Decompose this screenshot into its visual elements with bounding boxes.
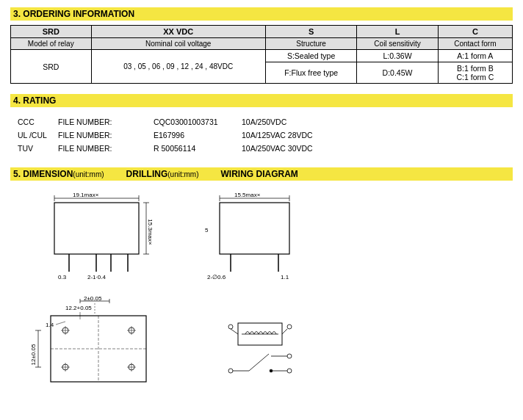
- rating-content: CCC FILE NUMBER: CQC03001003731 10A/250V…: [10, 112, 513, 160]
- formb-text: B:1 form B: [442, 64, 508, 73]
- wiring-diagram: [209, 301, 319, 398]
- cell-l036: L:0.36W: [357, 50, 438, 62]
- subheader-structure: Structure: [265, 38, 357, 50]
- section3-header: 3. ORDERING INFORMATION: [10, 7, 513, 21]
- rating-row-tuv: TUV FILE NUMBER: R 50056114 10A/250VAC 3…: [18, 142, 505, 156]
- svg-text:15.5max×: 15.5max×: [234, 192, 261, 198]
- rating-label-ccc: CCC: [18, 116, 58, 129]
- svg-point-55: [228, 325, 233, 329]
- section5-header: 5. DIMENSION(unit:mm) DRILLING(unit:mm) …: [10, 167, 513, 181]
- col-l: L: [357, 26, 438, 38]
- cell-srd: SRD: [11, 50, 92, 84]
- section5-title: 5. DIMENSION: [13, 169, 73, 179]
- svg-text:1.4: 1.4: [46, 322, 54, 328]
- cell-voltage: 03 , 05 , 06 , 09 , 12 , 24 , 48VDC: [91, 50, 265, 84]
- col-s: S: [265, 26, 357, 38]
- drill-diagram: 2±0.05 1.4 12.2+0.05: [25, 294, 172, 398]
- svg-line-31: [56, 322, 65, 325]
- svg-rect-4: [54, 203, 139, 254]
- svg-text:1.1: 1.1: [281, 274, 289, 280]
- svg-text:2±0.05: 2±0.05: [84, 295, 102, 302]
- rating-row-ul: UL /CUL FILE NUMBER: E167996 10A/125VAC …: [18, 129, 505, 142]
- section5-wiring: WIRING DIAGRAM: [221, 169, 298, 179]
- subheader-model: Model of relay: [11, 38, 92, 50]
- rating-num-tuv: R 50056114: [154, 142, 242, 156]
- subheader-voltage: Nominal coil voltage: [91, 38, 265, 50]
- col-c: C: [438, 26, 512, 38]
- section3-ordering: 3. ORDERING INFORMATION SRD XX VDC S L C…: [10, 7, 513, 84]
- section5-wiring-group: WIRING DIAGRAM: [221, 169, 298, 179]
- rating-file-ccc: FILE NUMBER:: [58, 116, 154, 129]
- rating-label-tuv: TUV: [18, 142, 58, 156]
- rating-row-ccc: CCC FILE NUMBER: CQC03001003731 10A/250V…: [18, 116, 505, 129]
- svg-point-64: [287, 369, 292, 373]
- col-srd: SRD: [11, 26, 92, 38]
- svg-text:12±0.05: 12±0.05: [30, 344, 37, 365]
- svg-text:5: 5: [205, 227, 209, 233]
- cell-flux: F:Flux free type: [265, 62, 357, 84]
- ordering-table: SRD XX VDC S L C Model of relay Nominal …: [10, 25, 513, 84]
- svg-text:2-∅0.6: 2-∅0.6: [207, 274, 226, 280]
- svg-text:12.2+0.05: 12.2+0.05: [65, 305, 92, 311]
- cell-forma: A:1 form A: [438, 50, 512, 62]
- section3-title: 3. ORDERING INFORMATION: [13, 9, 134, 19]
- cell-sealed: S:Sealed type: [265, 50, 357, 62]
- wiring-svg: [209, 301, 319, 397]
- rating-file-ul: FILE NUMBER:: [58, 129, 154, 142]
- col-xxvdc: XX VDC: [91, 26, 265, 38]
- section4-header: 4. RATING: [10, 94, 513, 107]
- svg-point-66: [270, 369, 273, 372]
- diagrams-row2: 2±0.05 1.4 12.2+0.05: [10, 294, 513, 405]
- svg-point-59: [228, 369, 233, 373]
- section5-title-unit: (unit:mm): [73, 170, 104, 178]
- subheader-contact: Contact form: [438, 38, 512, 50]
- svg-line-63: [249, 354, 269, 371]
- rating-spec-ul: 10A/125VAC 28VDC: [242, 129, 313, 142]
- section4-title: 4. RATING: [13, 95, 56, 106]
- svg-text:15.3max×: 15.3max×: [147, 219, 154, 245]
- svg-rect-19: [220, 203, 289, 254]
- cell-d045: D:0.45W: [357, 62, 438, 84]
- svg-point-57: [287, 325, 292, 329]
- svg-line-58: [282, 329, 287, 334]
- drill-svg: 2±0.05 1.4 12.2+0.05: [25, 294, 172, 397]
- svg-line-56: [231, 329, 238, 334]
- svg-text:0.3: 0.3: [58, 274, 67, 280]
- svg-text:19.1max×: 19.1max×: [73, 192, 99, 198]
- rating-label-ul: UL /CUL: [18, 129, 58, 142]
- section4-rating: 4. RATING CCC FILE NUMBER: CQC0300100373…: [10, 94, 513, 160]
- rating-spec-tuv: 10A/250VAC 30VDC: [242, 142, 313, 156]
- diagrams-row1: 19.1max× 15.3max× 0.3 2-1·0.: [10, 187, 513, 294]
- section5-title-group: 5. DIMENSION(unit:mm): [13, 169, 104, 179]
- front-elevation-diagram: 19.1max× 15.3max× 0.3 2-1·0.: [32, 189, 165, 286]
- cell-formc: B:1 form B C:1 form C: [438, 62, 512, 84]
- section5-drilling-group: DRILLING(unit:mm): [126, 169, 199, 179]
- rating-num-ul: E167996: [154, 129, 242, 142]
- front-elevation-svg: 19.1max× 15.3max× 0.3 2-1·0.: [32, 189, 165, 285]
- rating-spec-ccc: 10A/250VDC: [242, 116, 286, 129]
- section5-drilling-unit: (unit:mm): [167, 170, 198, 178]
- section5-dimension: 5. DIMENSION(unit:mm) DRILLING(unit:mm) …: [10, 167, 513, 405]
- side-elevation-diagram: 15.5max× 5 2-∅0.6 1.1: [201, 189, 319, 286]
- subheader-coil: Coil sensitivity: [357, 38, 438, 50]
- rating-file-tuv: FILE NUMBER:: [58, 142, 154, 156]
- side-elevation-svg: 15.5max× 5 2-∅0.6 1.1: [201, 189, 319, 285]
- section5-drilling: DRILLING: [126, 169, 168, 179]
- rating-num-ccc: CQC03001003731: [154, 116, 242, 129]
- formc-text: C:1 form C: [442, 73, 508, 82]
- svg-point-61: [287, 354, 292, 358]
- svg-text:2-1·0.4: 2-1·0.4: [87, 274, 106, 280]
